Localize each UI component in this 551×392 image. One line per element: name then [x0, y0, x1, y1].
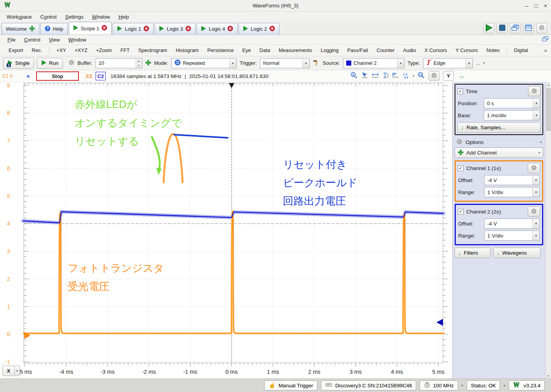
stop-all-button[interactable] [497, 23, 507, 33]
stop-button[interactable]: Stop [36, 71, 79, 81]
tile-windows-button[interactable] [523, 23, 534, 33]
rate-samples-button[interactable]: ↓ Rate, Samples... [457, 122, 541, 133]
add-channel-button[interactable]: Add Channel ▾ [455, 147, 543, 158]
tool-y-cursors[interactable]: Y Cursors [452, 46, 482, 54]
vertical-measure-icon[interactable] [382, 72, 389, 80]
chevron-down-icon[interactable]: ▾ [483, 61, 485, 65]
menu-scope-window[interactable]: Window [65, 36, 90, 43]
wavegens-button[interactable]: ↓ Wavegens [493, 248, 541, 258]
scope-plot[interactable]: 9876543210-1-5 ms-4 ms-3 ms-2 ms-1 ms0 m… [0, 82, 452, 378]
vertical-axis-label[interactable]: C1 V [2, 73, 20, 79]
chevron-down-icon[interactable]: ▾ [15, 366, 20, 376]
undock-icon[interactable] [542, 36, 549, 43]
close-button[interactable]: × [544, 3, 547, 9]
close-icon[interactable] [143, 26, 149, 33]
device-button[interactable]: Discovery3 C SN:210415B99C46 [321, 380, 417, 390]
minimize-button[interactable]: – [525, 3, 528, 9]
green-arrow-icon[interactable]: → [457, 72, 465, 80]
close-icon[interactable] [269, 26, 275, 33]
tool-counter[interactable]: Counter [373, 46, 398, 54]
channel2-tag[interactable]: C2 [96, 72, 106, 80]
tool-zoom[interactable]: +Zoom [92, 46, 116, 54]
chevron-down-icon[interactable]: ▾ [539, 151, 540, 154]
chevron-down-icon[interactable]: ▾ [413, 74, 414, 78]
trigger-source-select[interactable]: Channel 2 ▾ [343, 58, 405, 68]
chevron-down-icon[interactable]: ▾ [532, 219, 539, 228]
clock-frequency-button[interactable]: 100 MHz [420, 380, 458, 390]
menu-help[interactable]: Help [115, 13, 133, 21]
scroll-down-icon[interactable]: ▼ [547, 373, 550, 378]
channel2-gear-button[interactable] [528, 206, 540, 217]
tool-x-cursors[interactable]: X Cursors [420, 46, 451, 54]
time-gear-button[interactable] [528, 86, 541, 96]
tool-persistence[interactable]: Persistence [203, 46, 237, 54]
channel2-range-select[interactable]: 1 V/div ▾ [484, 231, 540, 241]
chevron-down-icon[interactable]: ▾ [532, 231, 539, 240]
zoom-1-icon[interactable]: 1 [350, 72, 358, 80]
channel1-checkbox[interactable]: ✓ [458, 165, 464, 171]
tab-logic-2[interactable]: Logic 2 [239, 23, 279, 35]
scroll-up-icon[interactable]: ▲ [547, 82, 550, 87]
chevron-down-icon[interactable]: ▾ [540, 140, 542, 144]
spin-up-icon[interactable]: ▴ [136, 59, 142, 63]
tool-fft[interactable]: FFT [117, 46, 134, 54]
buffer-value[interactable]: 10 [96, 59, 136, 68]
tool-export[interactable]: Export [5, 46, 27, 54]
tab-logic-3[interactable]: Logic 3 [155, 23, 195, 35]
menu-scope-control[interactable]: Control [21, 36, 44, 43]
channel1-range-select[interactable]: 1 V/div ▾ [484, 187, 540, 197]
menu-file[interactable]: File [4, 36, 19, 43]
close-icon[interactable] [185, 26, 191, 33]
tool-rec[interactable]: Rec. [28, 46, 46, 54]
cascade-windows-button[interactable] [510, 23, 521, 33]
channel1-offset-select[interactable]: -4 V ▾ [484, 175, 540, 185]
channel2-checkbox[interactable]: ✓ [458, 209, 464, 215]
buffer-gear-icon[interactable] [68, 59, 75, 67]
chevron-down-icon[interactable]: ▾ [397, 59, 404, 68]
tool-measurements[interactable]: Measurements [275, 46, 316, 54]
toolbar-overflow-button[interactable]: » [544, 47, 547, 54]
tool-spectrogram[interactable]: Spectrogram [134, 46, 171, 54]
chevron-down-icon[interactable]: ▾ [533, 111, 540, 120]
menu-view[interactable]: View [45, 36, 63, 43]
filters-button[interactable]: ↓ Filters [455, 248, 490, 258]
menu-control[interactable]: Control [37, 13, 60, 21]
horizontal-measure-icon[interactable] [372, 72, 379, 80]
run-button[interactable]: Run [37, 58, 63, 69]
channel1-tag[interactable]: C1 [86, 73, 92, 79]
menu-window[interactable]: Window [89, 13, 113, 21]
scrollbar-thumb[interactable] [546, 88, 551, 131]
mode-select[interactable]: Repeated ▾ [171, 58, 237, 68]
run-all-button[interactable] [483, 23, 494, 33]
close-icon[interactable] [101, 25, 107, 32]
tool-xy[interactable]: +XY [52, 46, 70, 54]
add-instrument-icon[interactable] [29, 26, 35, 33]
tool-data[interactable]: Data [256, 46, 274, 54]
more-options-button[interactable]: ... [476, 60, 480, 66]
chevron-down-icon[interactable]: ▾ [466, 59, 473, 68]
single-button[interactable]: 1 Single [3, 58, 34, 69]
channel2-offset-select[interactable]: -4 V ▾ [484, 219, 540, 229]
menu-settings[interactable]: Settings [62, 13, 87, 21]
tab-scope-1[interactable]: Scope 1 [69, 22, 112, 35]
trigger-mode-select[interactable]: Normal ▾ [260, 58, 310, 68]
hammer-icon[interactable] [313, 59, 319, 67]
spin-down-icon[interactable]: ▾ [136, 63, 142, 68]
tab-logic-4[interactable]: Logic 4 [197, 23, 237, 35]
trigger-type-select[interactable]: Edge ▾ [423, 58, 473, 68]
channel1-gear-button[interactable] [528, 163, 540, 173]
panel-scrollbar[interactable]: ▲ ▼ [545, 82, 551, 378]
tool-xyz[interactable]: +XYZ [71, 46, 91, 54]
tool-logging[interactable]: Logging [317, 46, 342, 54]
level-measure-icon[interactable] [392, 72, 399, 80]
position-select[interactable]: 0 s ▾ [484, 98, 540, 108]
y-axis-button[interactable]: Y [443, 71, 454, 81]
chevron-down-icon[interactable]: ▾ [532, 175, 539, 185]
chevron-down-icon[interactable]: ▾ [462, 384, 463, 387]
time-checkbox[interactable]: ✓ [457, 88, 463, 94]
chevron-down-icon[interactable]: ▾ [532, 187, 539, 197]
x-axis-button[interactable]: X [2, 366, 15, 376]
menu-workspace[interactable]: Workspace [3, 13, 35, 21]
chevron-down-icon[interactable]: ▾ [504, 384, 505, 387]
tool-histogram[interactable]: Histogram [172, 46, 202, 54]
